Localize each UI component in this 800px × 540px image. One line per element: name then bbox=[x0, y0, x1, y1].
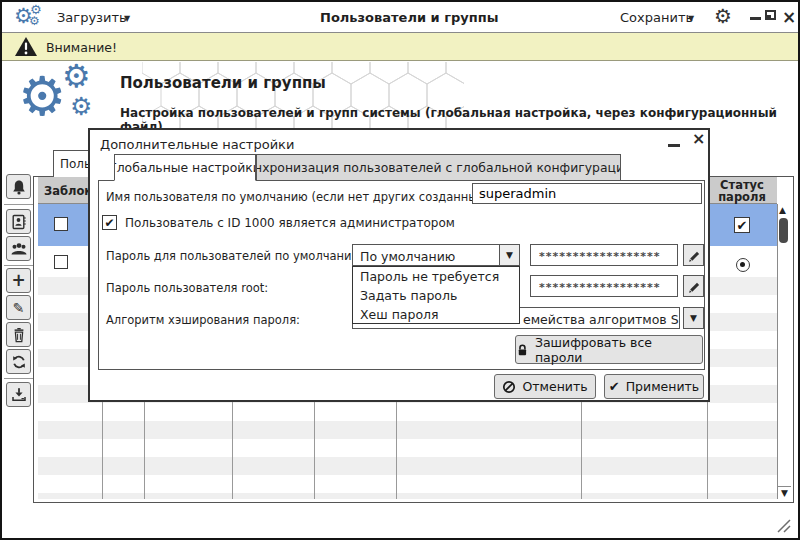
page-header-gears-icon: ⚙ ⚙ ⚙ bbox=[18, 62, 114, 128]
default-password-dropdown[interactable]: По умолчанию ▼ bbox=[352, 244, 520, 266]
cancel-button-label: Отменить bbox=[522, 379, 587, 394]
encrypt-all-passwords-button[interactable]: Зашифровать все пароли bbox=[515, 335, 703, 364]
default-password-field[interactable]: ****************** bbox=[530, 244, 678, 266]
add-icon: + bbox=[11, 272, 25, 289]
settings-gear-icon[interactable]: ⚙ bbox=[714, 6, 732, 26]
edit-icon: ✎ bbox=[13, 301, 25, 315]
users-group-icon bbox=[10, 242, 28, 256]
maximize-inner-icon bbox=[765, 15, 771, 20]
tab-user-sync[interactable]: Синхронизация пользователей с глобальной… bbox=[256, 154, 621, 181]
window-title: Пользователи и группы bbox=[320, 10, 498, 25]
toolbar-edit-button[interactable]: ✎ bbox=[6, 295, 31, 320]
chevron-down-icon[interactable]: ▼ bbox=[124, 14, 130, 23]
toolbar-refresh-button[interactable] bbox=[6, 349, 31, 374]
toolbar-separator bbox=[4, 204, 33, 205]
import-icon bbox=[11, 387, 27, 402]
row2-password-status-radio[interactable] bbox=[736, 258, 750, 272]
refresh-icon bbox=[11, 354, 27, 370]
password-mode-dropdown-list: Пароль не требуется Задать пароль Хеш па… bbox=[352, 266, 520, 324]
dropdown-option-set-password[interactable]: Задать пароль bbox=[353, 286, 519, 305]
scroll-up-icon[interactable]: ▲ bbox=[779, 206, 786, 215]
check-icon: ✔ bbox=[104, 216, 114, 230]
dropdown-button[interactable]: ▼ bbox=[499, 245, 519, 265]
column-header-blocked: Заблок bbox=[44, 184, 92, 198]
toolbar-separator bbox=[4, 378, 33, 379]
app-logo-gears-icon: ⚙ ⚙ ⚙ bbox=[14, 4, 50, 32]
toolbar-add-button[interactable]: + bbox=[6, 268, 31, 293]
gear-icon: ⚙ bbox=[70, 94, 92, 119]
admin-id1000-label: Пользователь с ID 1000 является админист… bbox=[125, 216, 455, 230]
load-menu-button[interactable]: Загрузить bbox=[57, 10, 127, 25]
row1-blocked-checkbox[interactable] bbox=[54, 217, 68, 231]
toolbar-contacts-button[interactable] bbox=[6, 209, 31, 234]
gear-icon: ⚙ bbox=[62, 60, 91, 92]
default-username-input[interactable] bbox=[472, 183, 702, 204]
page-title: Пользователи и группы bbox=[120, 74, 326, 92]
check-icon: ✔ bbox=[609, 380, 620, 393]
toolbar-import-button[interactable] bbox=[6, 382, 31, 407]
bell-icon bbox=[11, 179, 27, 195]
vertical-scrollbar[interactable] bbox=[777, 204, 791, 499]
hash-algorithm-dropdown-button[interactable]: ▼ bbox=[683, 307, 704, 329]
delete-trash-icon bbox=[12, 327, 26, 343]
save-menu-button[interactable]: Сохранить bbox=[620, 10, 693, 25]
apply-button-label: Применить bbox=[626, 379, 700, 394]
admin-id1000-checkbox[interactable]: ✔ bbox=[102, 215, 117, 230]
top-menu-bar: ⚙ ⚙ ⚙ Загрузить ▼ Пользователи и группы … bbox=[2, 2, 798, 33]
root-password-edit-button[interactable] bbox=[683, 275, 704, 297]
toolbar-notifications-button[interactable] bbox=[6, 174, 31, 199]
pencil-icon bbox=[687, 279, 701, 293]
gear-icon: ⚙ bbox=[18, 70, 66, 124]
column-header-password-status: Статус пароля bbox=[707, 178, 777, 203]
default-password-edit-button[interactable] bbox=[683, 244, 704, 266]
dropdown-option-no-password[interactable]: Пароль не требуется bbox=[353, 267, 519, 286]
tab-users[interactable]: Поль bbox=[53, 150, 91, 177]
gear-icon: ⚙ bbox=[29, 15, 40, 27]
dialog-minimize-button[interactable] bbox=[668, 144, 680, 147]
address-book-icon bbox=[11, 214, 27, 230]
hash-algorithm-label: Алгоритм хэширования пароля: bbox=[106, 313, 300, 327]
default-username-label: Имя пользователя по умолчанию (если нет … bbox=[106, 190, 493, 204]
advanced-settings-dialog: Дополнительные настройки × Глобальные на… bbox=[88, 128, 710, 402]
status-bar bbox=[2, 503, 798, 538]
scroll-down-button[interactable]: ▼ bbox=[778, 486, 791, 499]
warning-text: Внимание! bbox=[46, 40, 117, 55]
maximize-button[interactable] bbox=[765, 10, 776, 20]
close-button[interactable]: × bbox=[782, 9, 796, 26]
cancel-button[interactable]: Отменить bbox=[494, 374, 596, 399]
lock-icon bbox=[516, 343, 529, 357]
tab-global-settings[interactable]: Глобальные настройки bbox=[114, 154, 256, 181]
scrollbar-thumb[interactable] bbox=[779, 218, 788, 243]
hash-algorithm-value: емейства алгоритмов SHA-2 bbox=[523, 312, 680, 327]
warning-banner: Внимание! bbox=[2, 33, 798, 61]
chevron-down-icon: ▼ bbox=[506, 251, 513, 260]
dialog-close-button[interactable]: × bbox=[692, 131, 705, 147]
resize-grip-icon[interactable] bbox=[774, 516, 792, 534]
apply-button[interactable]: ✔ Применить bbox=[604, 374, 704, 399]
default-password-label: Пароль для пользователей по умолчанию: bbox=[106, 249, 365, 263]
dialog-title: Дополнительные настройки bbox=[100, 137, 294, 152]
scroll-down-icon: ▼ bbox=[781, 489, 788, 498]
chevron-down-icon: ▼ bbox=[690, 314, 697, 323]
minimize-button[interactable] bbox=[750, 17, 761, 20]
toolbar-delete-button[interactable] bbox=[6, 322, 31, 347]
radio-dot-icon bbox=[740, 262, 745, 267]
encrypt-button-label: Зашифровать все пароли bbox=[535, 335, 702, 365]
root-password-label: Пароль пользователя root: bbox=[106, 281, 268, 295]
row2-blocked-checkbox[interactable] bbox=[54, 255, 68, 269]
dropdown-option-password-hash[interactable]: Хеш пароля bbox=[353, 305, 519, 324]
check-icon: ✔ bbox=[737, 218, 748, 233]
cancel-icon bbox=[502, 380, 516, 394]
toolbar-separator bbox=[4, 265, 33, 266]
pencil-icon bbox=[687, 248, 701, 262]
dropdown-selected-value: По умолчанию bbox=[360, 249, 455, 264]
chevron-down-icon[interactable]: ▼ bbox=[688, 14, 694, 23]
row1-password-status-checkbox[interactable]: ✔ bbox=[734, 217, 750, 233]
root-password-field[interactable]: ****************** bbox=[530, 275, 678, 297]
toolbar-groups-button[interactable] bbox=[6, 236, 31, 261]
warning-triangle-icon bbox=[14, 36, 38, 57]
